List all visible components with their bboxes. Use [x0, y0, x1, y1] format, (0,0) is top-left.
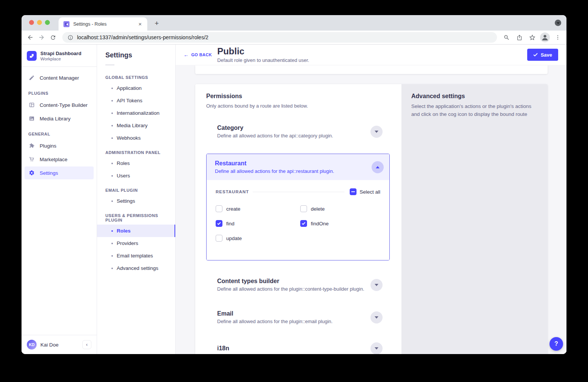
bullet-icon: [111, 255, 113, 257]
collapse-sidebar-button[interactable]: ‹: [82, 340, 91, 349]
restaurant-permissions-body: RESTAURANT Select all: [207, 180, 389, 260]
expand-email-button[interactable]: [370, 311, 383, 323]
save-button[interactable]: Save: [527, 49, 558, 61]
role-details-card-bottom: [195, 65, 548, 74]
subnav-item-label: Media Library: [117, 123, 148, 128]
checkbox-find[interactable]: find: [216, 220, 300, 227]
reload-icon[interactable]: [47, 32, 59, 43]
subnav-item-webhooks[interactable]: Webhooks: [97, 132, 175, 144]
page-header: ← GO BACK Public Default role given to u…: [176, 45, 566, 65]
help-button[interactable]: ?: [549, 337, 563, 351]
forward-icon[interactable]: [36, 32, 47, 43]
new-tab-icon[interactable]: +: [152, 19, 162, 28]
checkbox-icon[interactable]: [300, 220, 307, 227]
chevron-down-icon: [375, 284, 378, 286]
user-avatar[interactable]: KD: [27, 340, 37, 350]
tab-search-icon[interactable]: [555, 20, 561, 26]
checkbox-update[interactable]: update: [216, 235, 300, 242]
checkbox-create[interactable]: create: [216, 205, 300, 212]
subnav-item-admin-roles[interactable]: Roles: [97, 157, 175, 169]
accordion-restaurant-header[interactable]: Restaurant Define all allowed actions fo…: [207, 154, 389, 180]
go-back-link[interactable]: ← GO BACK: [184, 52, 212, 58]
sidebar-item-content-type-builder[interactable]: Content-Type Builder: [25, 99, 94, 111]
accordion-description: Define all allowed actions for the api::…: [215, 168, 372, 174]
subnav-title: Settings: [97, 51, 175, 59]
accordion-restaurant-expanded: Restaurant Define all allowed actions fo…: [206, 154, 390, 260]
sidebar-item-label: Plugins: [40, 143, 56, 149]
indeterminate-checkbox-icon[interactable]: [350, 188, 357, 195]
sidebar-item-settings[interactable]: Settings: [25, 166, 94, 179]
accordion-email[interactable]: Email Define all allowed actions for the…: [206, 310, 390, 324]
checkbox-icon[interactable]: [216, 235, 222, 242]
subnav-item-api-tokens[interactable]: API Tokens: [97, 94, 175, 107]
tab-close-icon[interactable]: ×: [137, 21, 144, 28]
sidebar-item-plugins[interactable]: Plugins: [25, 139, 94, 152]
bullet-icon: [111, 268, 113, 269]
subnav-item-label: API Tokens: [117, 98, 142, 103]
expand-i18n-button[interactable]: [370, 342, 383, 354]
sidebar-section-plugins: PLUGINS: [25, 85, 94, 99]
fullscreen-window-button[interactable]: [45, 20, 50, 25]
menu-kebab-icon[interactable]: [552, 32, 563, 43]
subnav-item-label: Roles: [117, 160, 130, 166]
group-divider: [253, 192, 344, 192]
checkbox-icon[interactable]: [300, 205, 307, 212]
subnav-item-email-settings[interactable]: Settings: [97, 195, 175, 207]
bullet-icon: [111, 243, 113, 244]
accordion-content-types-builder[interactable]: Content types builder Define all allowed…: [206, 278, 390, 292]
browser-toolbar: localhost:1337/admin/settings/users-perm…: [22, 31, 566, 45]
main-sidebar: Strapi Dashboard Workplace Content Manag…: [22, 45, 97, 354]
subnav-item-label: Users: [117, 173, 130, 179]
bullet-icon: [111, 100, 113, 102]
expand-category-button[interactable]: [370, 126, 383, 138]
subnav-item-providers[interactable]: Providers: [97, 237, 175, 250]
subnav-item-label: Settings: [117, 198, 135, 204]
action-checkbox-grid: create delete find: [216, 205, 380, 242]
browser-window: Settings - Roles × + localhost:1337/admi…: [22, 15, 566, 354]
sidebar-item-media-library[interactable]: Media Library: [25, 112, 94, 125]
checkbox-icon[interactable]: [216, 205, 222, 212]
subnav-item-email-templates[interactable]: Email templates: [97, 250, 175, 262]
subnav-item-internationalization[interactable]: Internationalization: [97, 107, 175, 119]
subnav-item-media-library[interactable]: Media Library: [97, 119, 175, 132]
go-back-label: GO BACK: [191, 52, 212, 57]
workspace-switcher[interactable]: Strapi Dashboard Workplace: [22, 45, 97, 67]
star-icon[interactable]: [526, 32, 538, 43]
checkbox-delete[interactable]: delete: [300, 205, 385, 212]
sidebar-item-marketplace[interactable]: Marketplace: [25, 153, 94, 166]
checkbox-icon[interactable]: [216, 220, 222, 227]
back-icon[interactable]: [25, 32, 36, 43]
share-icon[interactable]: [514, 32, 525, 43]
sidebar-item-content-manager[interactable]: Content Manager: [25, 71, 94, 84]
subnav-section-administration-panel: ADMINISTRATION PANEL: [97, 144, 175, 157]
bullet-icon: [111, 125, 113, 126]
advanced-settings-title: Advanced settings: [411, 93, 538, 100]
profile-icon[interactable]: [539, 32, 551, 43]
subnav-item-up-roles[interactable]: Roles: [97, 225, 175, 237]
accordion-title: i18n: [217, 345, 370, 352]
permissions-card: Permissions Only actions bound by a rout…: [195, 84, 548, 354]
browser-tab[interactable]: Settings - Roles ×: [59, 17, 147, 31]
subnav-item-admin-users[interactable]: Users: [97, 169, 175, 182]
chevron-down-icon: [375, 131, 378, 133]
select-all-checkbox[interactable]: Select all: [350, 188, 380, 195]
subnav-item-application[interactable]: Application: [97, 82, 175, 94]
checkbox-findone[interactable]: findOne: [300, 220, 385, 227]
accordion-title: Email: [217, 310, 370, 317]
accordion-i18n[interactable]: i18n: [206, 342, 390, 354]
minimize-window-button[interactable]: [37, 20, 42, 25]
subnav-item-label: Email templates: [117, 253, 153, 259]
accordion-category[interactable]: Category Define all allowed actions for …: [206, 125, 390, 139]
sidebar-section-general: GENERAL: [25, 126, 94, 139]
subnav-item-advanced-settings[interactable]: Advanced settings: [97, 262, 175, 274]
collapse-restaurant-button[interactable]: [372, 161, 384, 173]
subnav-divider: [105, 65, 114, 65]
url-bar[interactable]: localhost:1337/admin/settings/users-perm…: [62, 32, 497, 43]
sidebar-item-label: Marketplace: [40, 157, 68, 162]
info-icon[interactable]: [68, 35, 73, 40]
close-window-button[interactable]: [29, 20, 34, 25]
expand-ctb-button[interactable]: [370, 279, 383, 291]
zoom-icon[interactable]: [501, 32, 512, 43]
group-label: RESTAURANT: [216, 189, 249, 194]
help-label: ?: [554, 340, 558, 347]
